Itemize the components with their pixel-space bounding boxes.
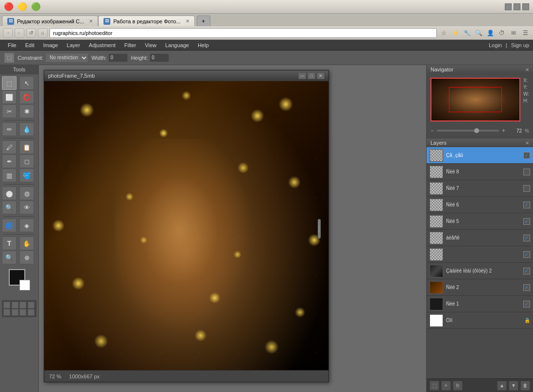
layer-visibility-checkbox[interactable]: ✓ [523, 301, 530, 307]
tool-ellipse-select[interactable]: ⭕ [19, 90, 34, 104]
menu-icon[interactable]: ☰ [520, 28, 530, 38]
layer-item[interactable]: Ñëé 5 ✓ [427, 213, 533, 230]
resize-handle[interactable] [318, 219, 321, 239]
height-input[interactable] [150, 53, 169, 62]
navigator-header[interactable]: Navigator ✕ [427, 65, 533, 74]
tool-dodge[interactable]: ⬤ [2, 187, 17, 200]
win-minimize[interactable]: — [298, 72, 306, 79]
duplicate-layer-button[interactable]: ⎘ [453, 381, 463, 391]
layer-visibility-checkbox[interactable]: ✓ [523, 235, 530, 241]
zoom-minus-icon[interactable]: − [430, 127, 434, 134]
tool-heal[interactable]: 🖊 [2, 140, 17, 154]
new-tab-button[interactable]: + [197, 16, 210, 26]
address-bar[interactable]: rugraphics.ru/photoeditor [50, 28, 437, 38]
tab-1-close[interactable]: ✕ [89, 18, 93, 24]
menu-image[interactable]: Image [39, 41, 62, 49]
layer-visibility-checkbox[interactable]: ✓ [523, 152, 530, 159]
layer-item[interactable]: ✓ [427, 246, 533, 263]
new-layer-button[interactable]: + [441, 381, 451, 391]
tool-brush[interactable]: ✒ [2, 154, 17, 168]
zoom-value: 72 [508, 128, 522, 134]
layer-item[interactable]: áëåñê ✓ [427, 230, 533, 246]
layer-visibility-checkbox[interactable]: ✓ [523, 202, 530, 208]
tool-magic-wand[interactable]: ✱ [19, 104, 34, 118]
tool-extra[interactable]: ⊕ [19, 251, 34, 264]
history-icon[interactable]: ⏱ [497, 28, 507, 38]
menu-language[interactable]: Language [161, 41, 193, 49]
avatar-icon[interactable]: 👤 [485, 28, 495, 38]
tool-eraser[interactable]: ◻ [19, 154, 34, 168]
layer-visibility-checkbox[interactable]: ✓ [523, 284, 530, 291]
layers-header[interactable]: Layers ✕ [427, 138, 533, 147]
menu-filter[interactable]: Filter [120, 41, 140, 49]
tool-text[interactable]: T [2, 237, 17, 250]
layer-thumbnail [430, 314, 443, 327]
zoom-plus-icon[interactable]: + [502, 127, 505, 134]
tab-2[interactable]: 🖼 Работа в редакторе Фото... ✕ [98, 16, 194, 26]
layer-item[interactable]: Ñëé 7 [427, 180, 533, 197]
zoom-icon[interactable]: 🔍 [474, 28, 483, 38]
zoom-slider[interactable] [437, 130, 499, 132]
menu-view[interactable]: View [141, 41, 160, 49]
back-button[interactable]: ◄ [3, 28, 13, 38]
tool-lasso[interactable]: ✂ [2, 104, 17, 118]
width-input[interactable] [108, 53, 128, 62]
forward-button[interactable]: ► [15, 28, 24, 38]
tool-select[interactable]: ⬚ [2, 76, 17, 90]
home-button[interactable]: ⌂ [38, 28, 48, 38]
layers-close[interactable]: ✕ [525, 140, 529, 146]
signup-link[interactable]: Sign up [511, 42, 529, 48]
win-close[interactable]: ✕ [317, 72, 325, 79]
refresh-button[interactable]: ↺ [26, 28, 36, 38]
tool-crop[interactable]: ✏ [2, 122, 17, 136]
layer-visibility-checkbox[interactable]: ✓ [523, 268, 530, 274]
menu-adjustment[interactable]: Adjustment [85, 41, 120, 49]
layer-item[interactable]: Ñëé 2 ✓ [427, 279, 533, 296]
win-maximize[interactable]: □ [308, 72, 315, 79]
layer-visibility-checkbox[interactable] [523, 185, 530, 192]
menu-layer[interactable]: Layer [63, 41, 84, 49]
layer-visibility-checkbox[interactable]: ✓ [523, 218, 530, 225]
tool-rect-select[interactable]: ⬜ [2, 90, 17, 104]
tab-2-close[interactable]: ✕ [186, 18, 189, 24]
layer-item[interactable]: Ñëé 1 ✓ [427, 296, 533, 312]
lightning-icon[interactable]: ⚡ [450, 28, 460, 38]
layer-visibility-checkbox[interactable]: ✓ [523, 251, 530, 258]
mail-icon[interactable]: ✉ [509, 28, 518, 38]
delete-layer-button[interactable]: 🗑 [520, 381, 530, 391]
tool-move[interactable]: ↖ [19, 76, 34, 90]
tool-burn[interactable]: ◍ [19, 187, 34, 200]
tab-1[interactable]: 🖼 Редактор изображений C... ✕ [2, 16, 98, 26]
layer-item[interactable]: Çã ¸çãû ✓ [427, 147, 533, 164]
layer-visibility-checkbox[interactable] [523, 169, 530, 175]
tool-zoom[interactable]: 🔍 [2, 201, 17, 214]
move-down-button[interactable]: ▼ [509, 381, 518, 391]
menu-file[interactable]: File [4, 41, 20, 49]
menu-help[interactable]: Help [194, 41, 213, 49]
tool-eye[interactable]: 👁 [19, 201, 34, 214]
background-color[interactable] [19, 280, 30, 290]
move-up-button[interactable]: ▲ [497, 381, 507, 391]
menu-edit[interactable]: Edit [21, 41, 38, 49]
bookmark-icon[interactable]: ☆ [439, 28, 448, 38]
new-group-button[interactable]: ⬚ [430, 381, 439, 391]
layer-item[interactable]: Çàäíèé ïëàí (ôîòèÿ) 2 ✓ [427, 263, 533, 279]
navigator-close[interactable]: ✕ [525, 67, 529, 72]
layers-list[interactable]: Çã ¸çãû ✓ Ñëé 8 Ñëé 7 Ñëé 6 ✓ Ñëé 5 ✓ áë… [427, 147, 533, 378]
tool-sharpen[interactable]: ◈ [19, 219, 34, 232]
layer-item[interactable]: Ñëé 8 [427, 164, 533, 180]
tool-zoom2[interactable]: 🔍 [2, 251, 17, 264]
canvas-content[interactable] [44, 81, 328, 370]
tool-fill[interactable]: 🪣 [19, 169, 34, 182]
layer-item[interactable]: Ñëé 6 ✓ [427, 197, 533, 213]
constraint-select[interactable]: No restriction [45, 53, 88, 63]
tool-gradient[interactable]: ▥ [2, 169, 17, 182]
tool-smudge[interactable]: 🌀 [2, 219, 17, 232]
tool-eyedropper[interactable]: 💧 [19, 122, 34, 136]
login-link[interactable]: Login [489, 42, 502, 48]
layer-item[interactable]: Ôîí 🔒 [427, 312, 533, 329]
nav-preview[interactable] [430, 78, 520, 121]
tool-hand[interactable]: ✋ [19, 237, 34, 250]
tool-clone[interactable]: 📋 [19, 140, 34, 154]
settings-icon-1[interactable]: 🔧 [462, 28, 472, 38]
